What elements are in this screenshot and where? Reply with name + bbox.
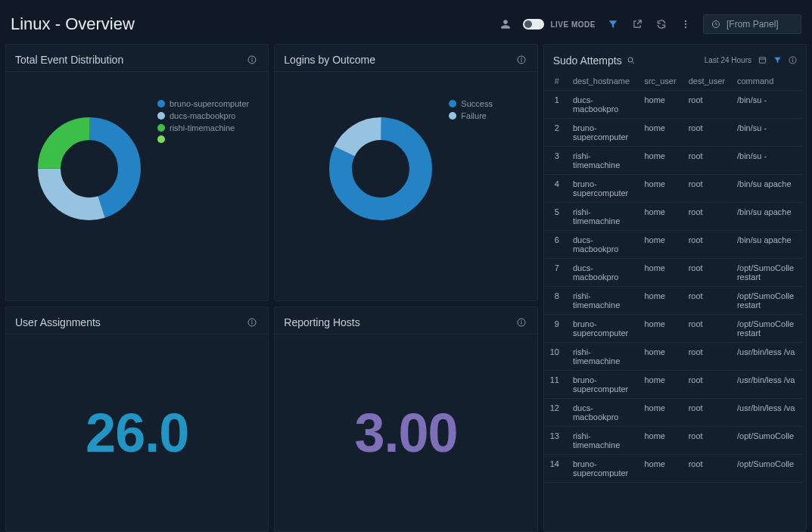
- legend-swatch: [157, 135, 165, 143]
- table-row[interactable]: 4bruno-supercomputerhomeroot/bin/su apac…: [544, 175, 803, 203]
- panel-actions: Last 24 Hours: [705, 56, 797, 65]
- table-cell: /opt/SumoColle restart: [731, 287, 803, 315]
- more-icon[interactable]: [679, 17, 692, 31]
- table-cell: home: [638, 259, 682, 287]
- toggle-switch[interactable]: [523, 19, 544, 30]
- legend-item[interactable]: Failure: [449, 111, 493, 120]
- refresh-icon[interactable]: [655, 17, 668, 31]
- table-cell: /usr/bin/less /va: [731, 399, 803, 427]
- svg-rect-22: [252, 322, 253, 325]
- svg-point-24: [521, 320, 522, 322]
- table-row[interactable]: 12ducs-macbookprohomeroot/usr/bin/less /…: [544, 399, 803, 427]
- table-cell: rishi-timemachine: [567, 343, 639, 371]
- legend-item[interactable]: rishi-timemachine: [157, 123, 249, 132]
- chart-legend: bruno-supercomputerducs-macbookprorishi-…: [157, 99, 249, 143]
- table-cell: root: [683, 259, 731, 287]
- legend-swatch: [157, 124, 165, 132]
- table-cell: /bin/su apache: [731, 231, 803, 259]
- panel-title: Logins by Outcome: [284, 54, 375, 66]
- time-range-input[interactable]: [From Panel]: [703, 14, 801, 34]
- table-cell: root: [683, 287, 731, 315]
- table-cell: /opt/SumoColle: [731, 427, 803, 455]
- svg-point-2: [685, 26, 686, 28]
- table-header-row: #dest_hostnamesrc_userdest_usercommand: [544, 72, 803, 91]
- table-header-cell[interactable]: dest_hostname: [567, 72, 639, 91]
- table-row[interactable]: 13rishi-timemachinehomeroot/opt/SumoColl…: [544, 427, 803, 455]
- table-cell: 6: [544, 231, 567, 259]
- table-row[interactable]: 14bruno-supercomputerhomeroot/opt/SumoCo…: [544, 455, 803, 483]
- table-cell: ducs-macbookpro: [567, 399, 639, 427]
- donut-chart[interactable]: [36, 116, 142, 222]
- panel-body: SuccessFailure: [275, 72, 537, 300]
- table-cell: bruno-supercomputer: [567, 455, 639, 483]
- table-row[interactable]: 3rishi-timemachinehomeroot/bin/su -: [544, 147, 803, 175]
- table-row[interactable]: 8rishi-timemachinehomeroot/opt/SumoColle…: [544, 287, 803, 315]
- table-header-cell[interactable]: src_user: [638, 72, 682, 91]
- info-icon[interactable]: [515, 316, 528, 329]
- sudo-table: #dest_hostnamesrc_userdest_usercommand 1…: [544, 72, 803, 483]
- time-range-label: Last 24 Hours: [705, 56, 751, 64]
- table-cell: 11: [544, 371, 567, 399]
- table-cell: /bin/su -: [731, 91, 803, 119]
- table-cell: root: [683, 119, 731, 147]
- table-cell: root: [683, 231, 731, 259]
- table-header-cell[interactable]: dest_user: [683, 72, 731, 91]
- table-cell: /opt/SumoColle restart: [731, 315, 803, 343]
- table-cell: root: [683, 455, 731, 483]
- clock-icon: [711, 20, 720, 29]
- table-cell: 8: [544, 287, 567, 315]
- table-row[interactable]: 10rishi-timemachinehomeroot/usr/bin/less…: [544, 343, 803, 371]
- table-row[interactable]: 11bruno-supercomputerhomeroot/usr/bin/le…: [544, 371, 803, 399]
- filter-icon[interactable]: [773, 56, 782, 65]
- table-cell: rishi-timemachine: [567, 427, 639, 455]
- table-cell: 3: [544, 147, 567, 175]
- panel-event-distribution: Total Event Distribution bruno-supercomp…: [5, 44, 269, 301]
- table-cell: home: [638, 371, 682, 399]
- table-scroll[interactable]: #dest_hostnamesrc_userdest_usercommand 1…: [544, 72, 806, 531]
- table-cell: home: [638, 175, 682, 203]
- svg-point-5: [252, 58, 254, 59]
- table-row[interactable]: 7ducs-macbookprohomeroot/opt/SumoColle r…: [544, 259, 803, 287]
- table-row[interactable]: 5rishi-timemachinehomeroot/bin/su apache: [544, 203, 803, 231]
- live-mode-label: LIVE MODE: [550, 20, 596, 29]
- table-header-cell[interactable]: command: [731, 72, 803, 91]
- info-icon[interactable]: [515, 53, 528, 67]
- table-cell: home: [638, 91, 682, 119]
- table-cell: home: [638, 119, 682, 147]
- legend-item[interactable]: [157, 135, 249, 143]
- info-icon[interactable]: [788, 56, 797, 65]
- chart-legend: SuccessFailure: [449, 99, 493, 120]
- details-icon[interactable]: [758, 56, 767, 65]
- share-icon[interactable]: [630, 17, 644, 31]
- donut-chart-container: SuccessFailure: [275, 72, 537, 300]
- table-header-cell[interactable]: #: [544, 72, 567, 91]
- table-row[interactable]: 2bruno-supercomputerhomeroot/bin/su -: [544, 119, 803, 147]
- table-row[interactable]: 1ducs-macbookprohomeroot/bin/su -: [544, 91, 803, 119]
- search-icon[interactable]: [627, 56, 636, 65]
- donut-chart[interactable]: [328, 116, 434, 222]
- panel-title: Total Event Distribution: [15, 54, 123, 66]
- legend-item[interactable]: bruno-supercomputer: [157, 99, 249, 108]
- legend-item[interactable]: Success: [449, 99, 493, 108]
- table-cell: 12: [544, 399, 567, 427]
- table-row[interactable]: 6ducs-macbookprohomeroot/bin/su apache: [544, 231, 803, 259]
- table-cell: 14: [544, 455, 567, 483]
- table-row[interactable]: 9bruno-supercomputerhomeroot/opt/SumoCol…: [544, 315, 803, 343]
- user-icon[interactable]: [499, 17, 512, 31]
- table-cell: 9: [544, 315, 567, 343]
- table-cell: root: [683, 175, 731, 203]
- legend-label: Failure: [461, 111, 487, 120]
- table-cell: 5: [544, 203, 567, 231]
- info-icon[interactable]: [245, 316, 259, 329]
- panel-title: User Assignments: [15, 316, 101, 328]
- filter-icon[interactable]: [606, 17, 620, 31]
- table-cell: rishi-timemachine: [567, 287, 639, 315]
- svg-point-11: [521, 58, 522, 59]
- legend-item[interactable]: ducs-macbookpro: [157, 111, 249, 120]
- info-icon[interactable]: [245, 53, 259, 67]
- table-cell: ducs-macbookpro: [567, 259, 639, 287]
- table-cell: /usr/bin/less /va: [731, 371, 803, 399]
- live-mode-toggle[interactable]: LIVE MODE: [523, 19, 596, 30]
- header-actions: LIVE MODE [From Panel]: [499, 14, 801, 34]
- table-cell: rishi-timemachine: [567, 147, 639, 175]
